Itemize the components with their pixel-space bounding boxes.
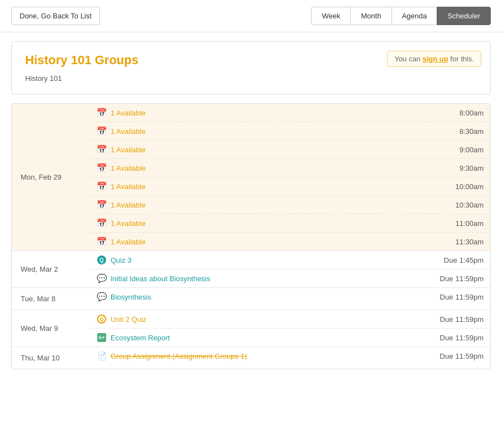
top-bar: Done, Go Back To List WeekMonthAgendaSch… — [0, 0, 502, 32]
done-button[interactable]: Done, Go Back To List — [11, 7, 100, 25]
header-card: History 101 Groups History 101 You can s… — [11, 41, 491, 94]
event-time: Due1:45pm — [444, 256, 484, 264]
content-area: History 101 Groups History 101 You can s… — [0, 32, 502, 378]
event-left: 📅1 Available — [97, 181, 146, 191]
event-line: 📅1 Available10:00am — [90, 177, 490, 196]
nav-btn-month[interactable]: Month — [350, 7, 391, 25]
events-col: 💬BiosynthesisDue11:59pm — [90, 288, 490, 310]
event-time: Due11:59pm — [440, 315, 484, 324]
event-left: A+Ecosystem Report — [97, 333, 170, 343]
nav-btn-scheduler[interactable]: Scheduler — [437, 7, 491, 25]
event-line: 📅1 Available11:00am — [90, 214, 490, 233]
event-line: 📅1 Available11:30am — [90, 233, 490, 251]
event-line: 💬BiosynthesisDue11:59pm — [90, 288, 490, 306]
calendar-icon: 📅 — [97, 126, 107, 136]
signup-text-after: for this. — [448, 55, 474, 63]
event-time: Due11:59pm — [440, 334, 484, 342]
events-col: 📅1 Available8:00am📅1 Available8:30am📅1 A… — [90, 104, 490, 251]
calendar-icon: 📅 — [97, 108, 107, 118]
event-time: 8:30am — [460, 127, 484, 136]
date-cell: Wed, Mar 9 — [12, 310, 90, 346]
assignment-icon: 📄 — [97, 351, 107, 361]
event-line: 📅1 Available9:30am — [90, 159, 490, 177]
events-col: QQuiz 3Due1:45pm💬Initial Ideas about Bio… — [90, 251, 490, 287]
event-time: 10:00am — [455, 182, 484, 191]
events-col: QUnit 2 QuizDue11:59pmA+Ecosystem Report… — [90, 310, 490, 346]
event-time: 11:30am — [455, 238, 484, 246]
quiz-orange-icon: Q — [97, 314, 107, 324]
event-line: 💬Initial Ideas about BiosynthesisDue11:5… — [90, 269, 490, 287]
event-left: 💬Initial Ideas about Biosynthesis — [97, 273, 211, 283]
event-left: 📅1 Available — [97, 218, 146, 228]
date-cell: Wed, Mar 2 — [12, 251, 90, 287]
signup-badge: You can sign up for this. — [387, 51, 481, 67]
schedule-table: Mon, Feb 29📅1 Available8:00am📅1 Availabl… — [11, 103, 491, 369]
event-line: 📄Group Assignment (Assignment Groups 1)D… — [90, 347, 490, 365]
calendar-icon: 📅 — [97, 218, 107, 228]
quiz-icon: Q — [97, 255, 107, 265]
date-cell: Thu, Mar 10 — [12, 347, 90, 369]
event-time: 11:00am — [455, 219, 484, 228]
schedule-row: Thu, Mar 10📄Group Assignment (Assignment… — [12, 347, 490, 369]
discussion-icon: 💬 — [97, 292, 107, 302]
event-left: 📅1 Available — [97, 108, 146, 118]
event-line: 📅1 Available8:30am — [90, 122, 490, 141]
schedule-row: Mon, Feb 29📅1 Available8:00am📅1 Availabl… — [12, 104, 490, 251]
event-time: Due11:59pm — [440, 293, 484, 301]
signup-text-before: You can — [394, 55, 422, 63]
calendar-icon: 📅 — [97, 163, 107, 173]
discussion-icon: 💬 — [97, 273, 107, 283]
event-line: 📅1 Available9:00am — [90, 141, 490, 159]
event-left: 💬Biosynthesis — [97, 292, 151, 302]
grade-icon: A+ — [97, 333, 107, 343]
schedule-row: Wed, Mar 9QUnit 2 QuizDue11:59pmA+Ecosys… — [12, 310, 490, 347]
event-left: 📄Group Assignment (Assignment Groups 1) — [97, 351, 247, 361]
date-cell: Mon, Feb 29 — [12, 104, 90, 251]
calendar-icon: 📅 — [97, 237, 107, 247]
event-left: QQuiz 3 — [97, 255, 132, 265]
event-time: Due11:59pm — [440, 352, 484, 360]
schedule-row: Tue, Mar 8💬BiosynthesisDue11:59pm — [12, 288, 490, 310]
calendar-icon: 📅 — [97, 181, 107, 191]
event-line: QQuiz 3Due1:45pm — [90, 251, 490, 269]
signup-link[interactable]: sign up — [423, 55, 448, 63]
event-line: QUnit 2 QuizDue11:59pm — [90, 310, 490, 329]
event-left: 📅1 Available — [97, 144, 146, 155]
event-left: 📅1 Available — [97, 163, 146, 173]
event-time: 10:30am — [455, 201, 484, 209]
nav-buttons: WeekMonthAgendaScheduler — [311, 7, 491, 25]
event-time: Due11:59pm — [440, 274, 484, 283]
date-cell: Tue, Mar 8 — [12, 288, 90, 310]
calendar-icon: 📅 — [97, 144, 107, 155]
events-col: 📄Group Assignment (Assignment Groups 1)D… — [90, 347, 490, 369]
event-time: 8:00am — [460, 109, 484, 117]
nav-btn-agenda[interactable]: Agenda — [391, 7, 437, 25]
event-time: 9:30am — [460, 164, 484, 172]
event-line: 📅1 Available8:00am — [90, 104, 490, 122]
nav-btn-week[interactable]: Week — [311, 7, 350, 25]
event-line: A+Ecosystem ReportDue11:59pm — [90, 329, 490, 346]
event-left: QUnit 2 Quiz — [97, 314, 146, 324]
calendar-icon: 📅 — [97, 200, 107, 210]
event-left: 📅1 Available — [97, 126, 146, 136]
event-left: 📅1 Available — [97, 237, 146, 247]
event-line: 📅1 Available10:30am — [90, 196, 490, 214]
event-time: 9:00am — [460, 146, 484, 154]
event-left: 📅1 Available — [97, 200, 146, 210]
schedule-row: Wed, Mar 2QQuiz 3Due1:45pm💬Initial Ideas… — [12, 251, 490, 288]
course-subtitle: History 101 — [25, 74, 477, 83]
